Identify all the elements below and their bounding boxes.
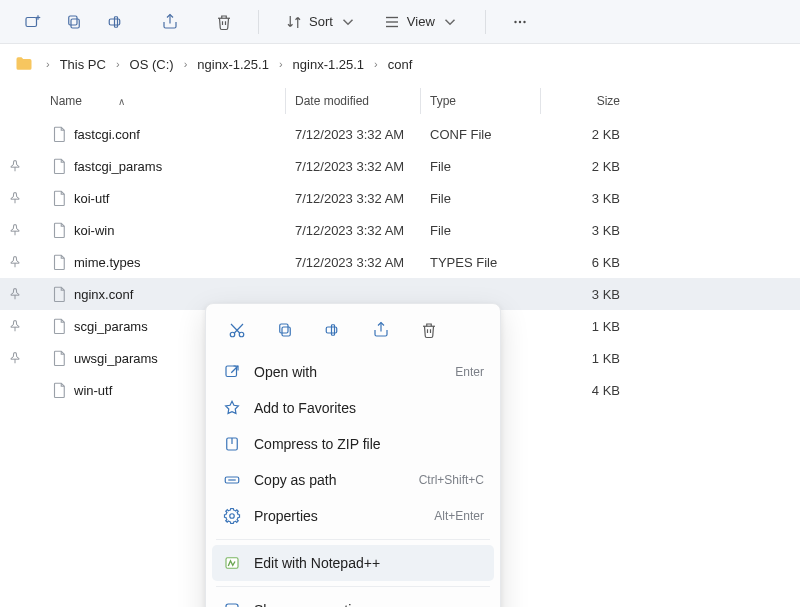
context-quick-actions: [212, 310, 494, 354]
more-button[interactable]: [502, 6, 538, 38]
rename-button[interactable]: [98, 6, 134, 38]
delete-button[interactable]: [410, 314, 448, 346]
context-menu-item[interactable]: Open withEnter: [212, 354, 494, 390]
context-menu-item[interactable]: PropertiesAlt+Enter: [212, 498, 494, 534]
cell-date: 7/12/2023 3:32 AM: [295, 159, 430, 174]
pin-icon: [8, 255, 22, 269]
breadcrumb[interactable]: › This PC › OS (C:) › nginx-1.25.1 › ngi…: [0, 44, 800, 84]
file-row[interactable]: koi-win7/12/2023 3:32 AMFile3 KB: [0, 214, 800, 246]
breadcrumb-seg[interactable]: nginx-1.25.1: [291, 55, 367, 74]
cell-size: 1 KB: [550, 351, 620, 366]
sort-asc-icon: ∧: [118, 96, 125, 107]
delete-button[interactable]: [206, 6, 242, 38]
breadcrumb-seg[interactable]: nginx-1.25.1: [195, 55, 271, 74]
context-menu-item[interactable]: Add to Favorites: [212, 390, 494, 426]
chevron-right-icon: ›: [368, 58, 384, 70]
context-item-label: Copy as path: [254, 472, 407, 488]
cell-date: 7/12/2023 3:32 AM: [295, 255, 430, 270]
file-row[interactable]: mime.types7/12/2023 3:32 AMTYPES File6 K…: [0, 246, 800, 278]
context-item-label: Show more options: [254, 602, 472, 607]
cell-date: 7/12/2023 3:32 AM: [295, 223, 430, 238]
cell-type: File: [430, 191, 550, 206]
chevron-right-icon: ›: [40, 58, 56, 70]
breadcrumb-seg[interactable]: conf: [386, 55, 415, 74]
cell-date: 7/12/2023 3:32 AM: [295, 127, 430, 142]
new-folder-button[interactable]: [14, 6, 50, 38]
context-menu-separator: [216, 539, 490, 540]
cell-size: 2 KB: [550, 159, 620, 174]
file-name: fastcgi_params: [74, 159, 162, 174]
cell-type: File: [430, 223, 550, 238]
svg-point-21: [230, 332, 235, 337]
toolbar-divider: [258, 10, 259, 34]
zip-icon: [222, 435, 242, 453]
view-icon: [383, 13, 401, 31]
svg-rect-23: [282, 327, 290, 336]
context-item-label: Properties: [254, 508, 422, 524]
svg-point-32: [230, 514, 235, 519]
svg-rect-0: [26, 17, 37, 26]
svg-point-13: [523, 20, 525, 22]
col-date[interactable]: Date modified: [295, 94, 430, 108]
sort-button[interactable]: Sort: [275, 9, 367, 35]
breadcrumb-seg[interactable]: OS (C:): [128, 55, 176, 74]
cell-name: fastcgi_params: [50, 157, 295, 175]
col-size[interactable]: Size: [550, 94, 620, 108]
cell-name: nginx.conf: [50, 285, 295, 303]
pin-icon: [8, 223, 22, 237]
sort-label: Sort: [309, 14, 333, 29]
context-menu-item[interactable]: Copy as pathCtrl+Shift+C: [212, 462, 494, 498]
share-button[interactable]: [362, 314, 400, 346]
context-menu-item[interactable]: Show more options: [212, 592, 494, 607]
cut-button[interactable]: [218, 314, 256, 346]
svg-point-12: [519, 20, 521, 22]
cell-size: 6 KB: [550, 255, 620, 270]
file-row[interactable]: fastcgi.conf7/12/2023 3:32 AMCONF File2 …: [0, 118, 800, 150]
chevron-right-icon: ›: [178, 58, 194, 70]
toolbar-divider: [485, 10, 486, 34]
breadcrumb-seg[interactable]: This PC: [58, 55, 108, 74]
rename-button[interactable]: [314, 314, 352, 346]
open-with-icon: [222, 363, 242, 381]
svg-rect-4: [69, 16, 77, 25]
file-name: koi-win: [74, 223, 114, 238]
pin-icon: [8, 159, 22, 173]
folder-icon: [14, 54, 34, 74]
cell-size: 1 KB: [550, 319, 620, 334]
chevron-down-icon: [339, 13, 357, 31]
copy-button[interactable]: [56, 6, 92, 38]
properties-icon: [222, 507, 242, 525]
col-type[interactable]: Type: [430, 94, 550, 108]
cell-name: koi-win: [50, 221, 295, 239]
file-row[interactable]: fastcgi_params7/12/2023 3:32 AMFile2 KB: [0, 150, 800, 182]
col-name[interactable]: Name ∧: [50, 94, 295, 108]
cell-size: 2 KB: [550, 127, 620, 142]
context-item-shortcut: Enter: [455, 365, 484, 379]
context-item-shortcut: Alt+Enter: [434, 509, 484, 523]
cell-size: 3 KB: [550, 223, 620, 238]
path-icon: [222, 471, 242, 489]
context-menu-item[interactable]: Edit with Notepad++: [212, 545, 494, 581]
cell-type: File: [430, 159, 550, 174]
share-button[interactable]: [152, 6, 188, 38]
cell-name: koi-utf: [50, 189, 295, 207]
pin-icon: [8, 287, 22, 301]
file-icon: [50, 285, 68, 303]
svg-rect-24: [280, 324, 288, 333]
view-button[interactable]: View: [373, 9, 469, 35]
context-item-label: Compress to ZIP file: [254, 436, 472, 452]
file-row[interactable]: koi-utf7/12/2023 3:32 AMFile3 KB: [0, 182, 800, 214]
chevron-down-icon: [441, 13, 459, 31]
file-name: fastcgi.conf: [74, 127, 140, 142]
sort-icon: [285, 13, 303, 31]
notepadpp-icon: [222, 554, 242, 572]
col-date-label: Date modified: [295, 94, 369, 108]
cell-type: TYPES File: [430, 255, 550, 270]
file-icon: [50, 317, 68, 335]
cell-size: 3 KB: [550, 191, 620, 206]
copy-button[interactable]: [266, 314, 304, 346]
file-name: koi-utf: [74, 191, 109, 206]
column-headers: Name ∧ Date modified Type Size: [0, 84, 800, 118]
ellipsis-icon: [511, 13, 529, 31]
context-menu-item[interactable]: Compress to ZIP file: [212, 426, 494, 462]
